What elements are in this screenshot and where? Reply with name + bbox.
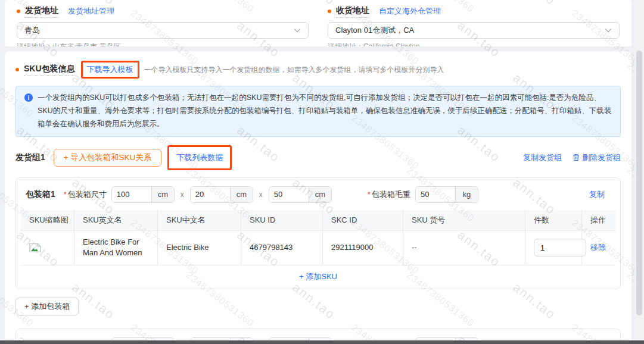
scrollbar-thumb[interactable] xyxy=(636,51,642,315)
box1-width-input[interactable] xyxy=(191,187,230,202)
sku-thumbnail-cell xyxy=(21,230,74,265)
receiving-address-select[interactable]: Clayton 01仓测试，CA xyxy=(328,22,620,39)
receiving-address-selected: Clayton 01仓测试，CA xyxy=(335,25,414,36)
box1-height-input[interactable] xyxy=(269,187,309,202)
trash-icon xyxy=(573,154,580,161)
bullet-icon xyxy=(15,68,19,71)
annotation-box: 下载导入模板 xyxy=(81,61,139,79)
import-template-hint: 一个导入模板只支持导入一个发货组的数据，如需导入多个发货组，请填写多个模板并分别… xyxy=(144,65,444,75)
table-header-row: SKU缩略图 SKU英文名 SKU中文名 SKU ID SKC ID SKU 货… xyxy=(21,210,615,230)
receiving-address-detail: 详细地址：California Clayton xyxy=(328,42,620,46)
sku-packing-title: SKU包装信息 xyxy=(24,64,75,76)
shipping-address-select[interactable]: 青岛 xyxy=(17,22,309,39)
header-skc-id: SKC ID xyxy=(323,210,403,230)
header-sku-name-cn: SKU中文名 xyxy=(158,210,241,230)
broken-image-icon xyxy=(29,243,41,252)
box1-width-field: cm xyxy=(190,186,253,203)
sku-code-cell: -- xyxy=(403,230,525,265)
chevron-down-icon xyxy=(294,28,301,33)
sku-name-cn-cell: Electric Bike xyxy=(158,230,241,265)
add-sku-link[interactable]: + 添加SKU xyxy=(299,271,337,282)
actions-cell: 移除 xyxy=(582,230,615,265)
box1-sku-table: SKU缩略图 SKU英文名 SKU中文名 SKU ID SKC ID SKU 货… xyxy=(21,210,615,289)
receiving-address-column: 收货地址 自定义海外仓管理 Clayton 01仓测试，CA 详细地址：Cali… xyxy=(328,5,620,46)
box1-length-field: cm xyxy=(111,186,175,203)
window-bottom-edge xyxy=(0,340,644,344)
shipping-address-column: 发货地址 发货地址管理 青岛 详细地址：山东省 青岛市 黄岛区 xyxy=(17,5,309,46)
dimension-separator: x xyxy=(259,190,263,199)
header-sku-id: SKU ID xyxy=(241,210,323,230)
notice-text: 一个发货组内的SKU可以打包成多个包装箱；无法打包在一起的SKU需要打包为不同的… xyxy=(38,92,612,131)
skc-id-cell: 2921119000 xyxy=(323,230,403,265)
download-import-template-link[interactable]: 下载导入模板 xyxy=(87,64,133,75)
add-sku-row: + 添加SKU xyxy=(21,265,615,289)
cm-unit-label: cm xyxy=(230,187,253,202)
header-sku-code: SKU 货号 xyxy=(403,210,525,230)
dimension-separator: x xyxy=(181,190,184,199)
quantity-input[interactable] xyxy=(534,239,586,257)
sku-name-en-cell: Electric Bike For Man And Women xyxy=(74,230,158,265)
delete-shipping-group-link[interactable]: 删除发货组 xyxy=(573,152,621,163)
address-section: 发货地址 发货地址管理 青岛 详细地址：山东省 青岛市 黄岛区 收货地址 自定义… xyxy=(5,0,631,46)
manage-shipping-address-link[interactable]: 发货地址管理 xyxy=(68,6,114,17)
annotation-box: 下载列表数据 xyxy=(167,145,232,170)
notice-banner: i 一个发货组内的SKU可以打包成多个包装箱；无法打包在一起的SKU需要打包为不… xyxy=(15,86,621,137)
box1-weight-field: kg xyxy=(415,186,478,203)
bullet-icon xyxy=(17,10,20,13)
box1-weight-input[interactable] xyxy=(416,187,455,202)
box1-length-input[interactable] xyxy=(112,187,151,202)
copy-shipping-group-link[interactable]: 复制发货组 xyxy=(523,152,562,163)
shipping-group-title: 发货组1 xyxy=(15,152,45,163)
chevron-down-icon xyxy=(605,28,612,33)
page: 发货地址 发货地址管理 青岛 详细地址：山东省 青岛市 黄岛区 收货地址 自定义… xyxy=(0,0,644,344)
bullet-icon xyxy=(328,10,331,13)
sku-packing-section: SKU包装信息 下载导入模板 一个导入模板只支持导入一个发货组的数据，如需导入多… xyxy=(5,51,631,344)
packing-box-1-card: 包装箱1 *包装箱尺寸 cm x cm x cm *包装箱毛重 xyxy=(15,177,621,289)
info-icon: i xyxy=(24,93,33,102)
add-packing-box-button[interactable]: + 添加包装箱 xyxy=(15,298,79,315)
cm-unit-label: cm xyxy=(151,187,174,202)
cm-unit-label: cm xyxy=(309,187,331,202)
header-sku-thumbnail: SKU缩略图 xyxy=(21,210,74,230)
kg-unit-label: kg xyxy=(455,187,478,202)
receiving-address-title: 收货地址 xyxy=(336,5,369,18)
scrollbar-track[interactable] xyxy=(634,0,644,344)
table-row: Electric Bike For Man And Women Electric… xyxy=(21,230,615,265)
header-quantity: 件数 xyxy=(525,210,582,230)
copy-box1-link[interactable]: 复制 xyxy=(589,189,605,200)
box1-height-field: cm xyxy=(269,186,332,203)
header-sku-name-en: SKU英文名 xyxy=(74,210,158,230)
box-weight-label: *包装箱毛重 xyxy=(368,189,410,200)
shipping-address-detail: 详细地址：山东省 青岛市 黄岛区 xyxy=(17,42,309,46)
shipping-address-selected: 青岛 xyxy=(24,25,40,36)
shipping-group-header: 发货组1 + 导入包装箱和SKU关系 下载列表数据 复制发货组 删除发货组 xyxy=(15,145,621,170)
manage-overseas-warehouse-link[interactable]: 自定义海外仓管理 xyxy=(379,6,441,17)
remove-sku-link[interactable]: 移除 xyxy=(590,242,606,253)
download-list-data-link[interactable]: 下载列表数据 xyxy=(176,152,223,163)
packing-box-1-title: 包装箱1 xyxy=(26,189,55,200)
import-boxes-sku-button[interactable]: + 导入包装箱和SKU关系 xyxy=(54,149,161,167)
header-actions: 操作 xyxy=(582,210,615,230)
sku-id-cell: 4679798143 xyxy=(241,230,323,265)
box-dimensions-label: *包装箱尺寸 xyxy=(64,189,107,200)
shipping-address-title: 发货地址 xyxy=(25,5,58,18)
quantity-cell xyxy=(525,230,582,265)
